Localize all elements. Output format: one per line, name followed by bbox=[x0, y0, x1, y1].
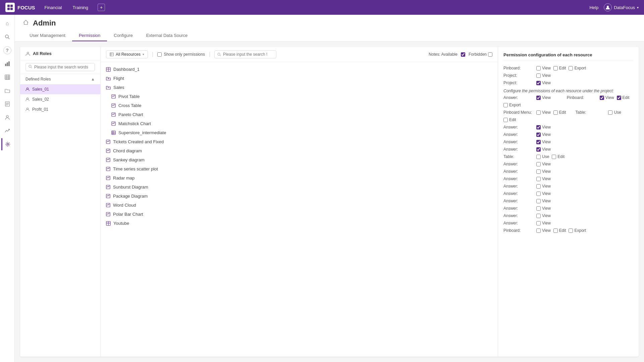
tab-permission[interactable]: Permission bbox=[72, 30, 107, 41]
role-item-sales02[interactable]: Sales_02 bbox=[20, 94, 100, 104]
tab-user-management[interactable]: User Management bbox=[23, 30, 72, 41]
tree-item-flight[interactable]: Flight bbox=[101, 74, 498, 83]
perm-answer-view-cb-14[interactable] bbox=[536, 221, 541, 225]
perm-answer-view-cb-1[interactable] bbox=[536, 96, 541, 100]
perm-row-answer-7: Answer: View bbox=[503, 169, 633, 174]
svg-rect-9 bbox=[8, 61, 10, 66]
tree-item-radar[interactable]: Radar map bbox=[101, 173, 498, 183]
perm-answer-view-cb-11[interactable] bbox=[536, 199, 541, 203]
perm-answer-view-cb-2[interactable] bbox=[536, 125, 541, 130]
tree-item-superstore[interactable]: Superstore_intermediate bbox=[101, 128, 498, 137]
left-search-input[interactable] bbox=[34, 65, 92, 69]
perm-answer-view-lbl-14: View bbox=[542, 221, 551, 225]
perm-edit-checkbox-1[interactable] bbox=[553, 66, 558, 70]
perm-answer-view-cb-12[interactable] bbox=[536, 206, 541, 211]
perm-answer-view-lbl-2: View bbox=[542, 125, 551, 130]
right-search-input[interactable] bbox=[223, 52, 273, 57]
tab-external-data-source[interactable]: External Data Source bbox=[140, 30, 195, 41]
user-mgmt-icon[interactable] bbox=[1, 111, 13, 123]
perm-answer-view-cb-4[interactable] bbox=[536, 140, 541, 144]
perm-answer-view-cb-8[interactable] bbox=[536, 177, 541, 181]
nav-financial[interactable]: Financial bbox=[43, 4, 63, 11]
tree-item-polar[interactable]: Polar Bar Chart bbox=[101, 210, 498, 219]
perm-answer-view-cb-3[interactable] bbox=[536, 133, 541, 137]
home-icon[interactable]: ⌂ bbox=[1, 17, 13, 30]
role-item-sales01[interactable]: Sales_01 bbox=[20, 84, 100, 94]
perm-pbmenu-view-cb[interactable] bbox=[536, 110, 541, 115]
role-item-profit01[interactable]: Profit_01 bbox=[20, 104, 100, 114]
perm-export-checkbox-1[interactable] bbox=[569, 66, 573, 70]
answer-icon-8 bbox=[106, 167, 110, 171]
tree-item-pareto[interactable]: Pareto Chart bbox=[101, 110, 498, 119]
tree-item-time-series[interactable]: Time series scatter plot bbox=[101, 164, 498, 173]
role-user-icon-3 bbox=[25, 107, 30, 111]
tree-item-sankey[interactable]: Sankey diagram bbox=[101, 155, 498, 164]
folder-icon[interactable] bbox=[1, 85, 13, 97]
collapse-icon[interactable]: ▲ bbox=[91, 77, 95, 82]
add-tab-button[interactable]: + bbox=[98, 4, 105, 11]
perm-table2-use-cb[interactable] bbox=[536, 155, 541, 159]
show-permissions-checkbox[interactable] bbox=[157, 52, 162, 57]
tree-item-dashboard1[interactable]: Dashboard_1 bbox=[101, 65, 498, 74]
svg-rect-55 bbox=[106, 212, 110, 216]
perm-answer-view-cb-10[interactable] bbox=[536, 192, 541, 196]
perm-label-pinboardmenu: Pinboard Menu: bbox=[503, 110, 534, 115]
perm-pinboard-export-extra-cb[interactable] bbox=[503, 103, 508, 107]
perm-row-answer-14: Answer: View bbox=[503, 221, 633, 225]
perm-pinboard-export-bottom-cb[interactable] bbox=[569, 228, 573, 233]
perm-table-edit-cb[interactable] bbox=[503, 118, 508, 122]
perm-pinboard-edit-bottom-cb[interactable] bbox=[553, 228, 558, 233]
tab-configure[interactable]: Configure bbox=[107, 30, 139, 41]
perm-table-use-cb[interactable] bbox=[608, 110, 612, 115]
tree-item-pivot-table[interactable]: Pivot Table bbox=[101, 92, 498, 101]
defined-roles-header: Defined Roles ▲ bbox=[20, 74, 100, 84]
tree-item-package[interactable]: Package Diagram bbox=[101, 192, 498, 201]
perm-pinboard-export-bottom: Export bbox=[569, 228, 586, 233]
tree-item-sales[interactable]: Sales bbox=[101, 83, 498, 92]
perm-answer-view-cb-9[interactable] bbox=[536, 184, 541, 189]
perm-view-checkbox-2[interactable] bbox=[536, 73, 541, 78]
role-label-sales01: Sales_01 bbox=[32, 87, 49, 92]
perm-table2-edit-cb[interactable] bbox=[552, 155, 556, 159]
user-menu[interactable]: DataFocus ▾ bbox=[604, 3, 639, 11]
perm-answer-view-cb-5[interactable] bbox=[536, 147, 541, 152]
perm-pinboard-edit-extra-cb[interactable] bbox=[617, 96, 621, 100]
tree-item-sunburst[interactable]: Sunburst Diagram bbox=[101, 183, 498, 192]
tree-item-cross-table[interactable]: Cross Table bbox=[101, 101, 498, 110]
perm-answer-view-4: View bbox=[536, 140, 551, 144]
perm-answer-view-cb-6[interactable] bbox=[536, 162, 541, 166]
tree-label-package: Package Diagram bbox=[113, 194, 148, 199]
available-checkbox[interactable] bbox=[461, 52, 465, 57]
table-icon[interactable] bbox=[1, 71, 13, 83]
perm-pbmenu-edit-cb[interactable] bbox=[553, 110, 558, 115]
perm-answer-view-cb-13[interactable] bbox=[536, 214, 541, 218]
settings-icon[interactable] bbox=[1, 138, 13, 150]
defined-roles-label: Defined Roles bbox=[25, 77, 51, 82]
page-home-icon[interactable] bbox=[23, 19, 29, 27]
perm-pinboard-view-extra-cb[interactable] bbox=[600, 96, 604, 100]
perm-view-checkbox-3[interactable] bbox=[536, 81, 541, 85]
logo[interactable]: FOCUS bbox=[5, 3, 35, 12]
forbidden-checkbox[interactable] bbox=[488, 52, 492, 57]
tree-item-tickets[interactable]: Tickets Created and Fixed bbox=[101, 137, 498, 146]
tree-item-youtube[interactable]: Youtube bbox=[101, 219, 498, 228]
nav-training[interactable]: Training bbox=[71, 4, 90, 11]
chart-icon[interactable] bbox=[1, 58, 13, 70]
perm-row-answer-6: Answer: View bbox=[503, 162, 633, 166]
help-link[interactable]: Help bbox=[589, 5, 598, 10]
perm-view-checkbox-1[interactable] bbox=[536, 66, 541, 70]
perm-answer-view-cb-7[interactable] bbox=[536, 169, 541, 174]
perm-pinboard-view-bottom-cb[interactable] bbox=[536, 228, 541, 233]
search-icon[interactable] bbox=[1, 31, 13, 43]
perm-answer-view-1: View bbox=[536, 95, 551, 100]
resource-dropdown[interactable]: All Resources ▾ bbox=[106, 50, 148, 58]
report-icon[interactable] bbox=[1, 98, 13, 110]
perm-label-project-1: Project: bbox=[503, 73, 534, 78]
tree-item-wordcloud[interactable]: Word Cloud bbox=[101, 201, 498, 210]
perm-label-project-2: Project: bbox=[503, 81, 534, 85]
perm-pinboard-export-bottom-lbl: Export bbox=[574, 228, 586, 233]
help-icon[interactable]: ? bbox=[3, 46, 11, 54]
tree-item-chord[interactable]: Chord diagram bbox=[101, 146, 498, 155]
tree-item-matchstick[interactable]: Matchstick Chart bbox=[101, 119, 498, 128]
trend-icon[interactable] bbox=[1, 125, 13, 137]
